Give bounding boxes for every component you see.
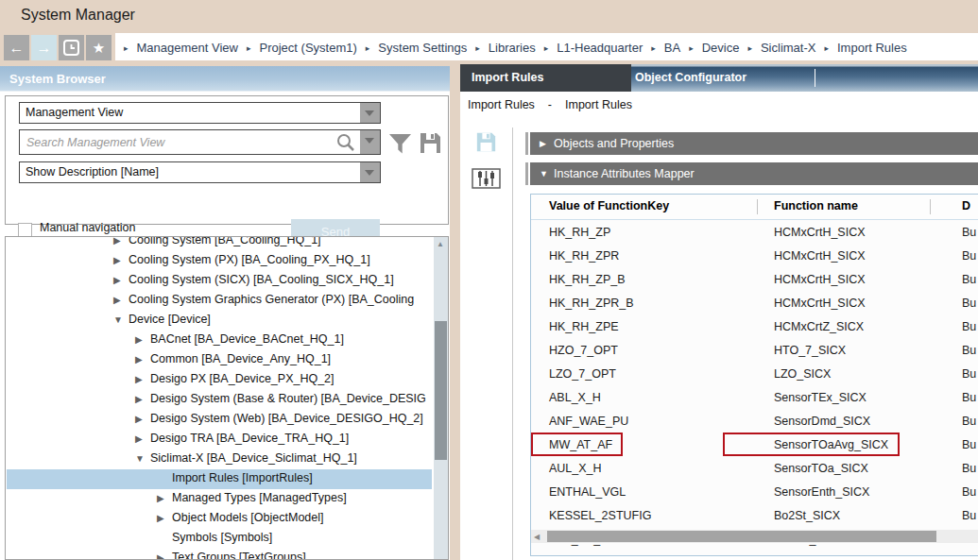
- tree-item[interactable]: ▶Managed Types [ManagedTypes]: [7, 489, 432, 509]
- table-row[interactable]: HK_RH_ZPR_BHCMxCrtH_SICXBu: [531, 292, 978, 315]
- expand-icon[interactable]: ▶: [113, 295, 127, 305]
- tab-object-configurator[interactable]: Object Configurator: [635, 64, 746, 92]
- table-row[interactable]: HK_RH_ZPHCMxCrtH_SICXBu: [531, 221, 978, 245]
- search-icon[interactable]: [336, 133, 355, 152]
- tree-item[interactable]: Import Rules [ImportRules]: [7, 469, 432, 489]
- column-separator[interactable]: [757, 199, 758, 214]
- breadcrumb-separator-icon: ▸: [124, 43, 129, 53]
- table-horizontal-scrollbar[interactable]: ◀: [531, 530, 978, 543]
- collapse-icon[interactable]: ▼: [540, 169, 548, 178]
- annotation-box-function-name: [723, 433, 900, 456]
- tree-item-label: Cooling System Graphics Generator (PX) […: [129, 293, 414, 306]
- tree-item[interactable]: ▶Cooling System [BA_Cooling_HQ_1]: [7, 236, 432, 251]
- filter-icon[interactable]: [388, 133, 412, 155]
- history-button[interactable]: [59, 35, 84, 60]
- back-button[interactable]: ←: [4, 35, 29, 60]
- favorites-button[interactable]: ★: [86, 35, 112, 60]
- expand-icon[interactable]: ▶: [135, 433, 148, 444]
- save-search-icon[interactable]: [419, 131, 442, 155]
- expand-icon[interactable]: ▶: [135, 374, 148, 384]
- collapse-icon[interactable]: ▼: [135, 453, 148, 464]
- scrollbar-thumb[interactable]: [435, 321, 447, 460]
- breadcrumb-item[interactable]: Import Rules: [837, 41, 907, 55]
- scroll-up-icon[interactable]: ▲: [437, 240, 444, 248]
- tree-item[interactable]: ▶Desigo System (Base & Router) [BA_Devic…: [7, 390, 432, 410]
- tree-item[interactable]: ▶Object Models [ObjectModel]: [7, 509, 432, 529]
- save-icon[interactable]: [475, 131, 497, 153]
- tree-scrollbar[interactable]: ▲: [434, 237, 448, 559]
- breadcrumb-item[interactable]: Project (System1): [260, 41, 357, 55]
- table-row[interactable]: LZO_7_OPTLZO_SICXBu: [531, 363, 978, 386]
- tree-item[interactable]: ▶Cooling System (SICX) [BA_Cooling_SICX_…: [7, 271, 432, 291]
- breadcrumb-item[interactable]: System Settings: [378, 41, 467, 55]
- expand-icon[interactable]: ▶: [113, 275, 127, 285]
- expand-icon[interactable]: ▶: [157, 513, 170, 523]
- tree-item[interactable]: ▶Common [BA_Device_Any_HQ_1]: [7, 350, 432, 370]
- expand-icon[interactable]: ▶: [135, 334, 148, 345]
- cell-description: Bu: [962, 462, 976, 475]
- forward-button[interactable]: →: [31, 35, 57, 60]
- breadcrumb-item[interactable]: BA: [664, 41, 680, 55]
- table-row[interactable]: HZO_7_OPTHTO_7_SICXBu: [531, 339, 978, 363]
- panel-splitter[interactable]: [450, 64, 460, 560]
- column-separator[interactable]: [930, 199, 931, 214]
- section-instance-attributes-mapper[interactable]: ▼ Instance Attributes Mapper: [525, 162, 978, 185]
- table-row[interactable]: HK_RH_ZPEHCMxCrtZ_SICXBu: [531, 315, 978, 339]
- expand-icon[interactable]: ▶: [135, 414, 148, 424]
- table-row[interactable]: KESSEL_2STUFIGBo2St_SICXBu: [531, 504, 978, 528]
- section-objects-and-properties[interactable]: ▶ Objects and Properties: [525, 132, 978, 155]
- scroll-left-icon[interactable]: ◀: [534, 533, 540, 541]
- search-input[interactable]: [20, 130, 332, 154]
- cell-description: Bu: [962, 367, 976, 381]
- settings-sliders-icon[interactable]: [472, 168, 501, 189]
- expand-icon[interactable]: ▶: [135, 394, 148, 404]
- breadcrumb-item[interactable]: Siclimat-X: [761, 41, 816, 55]
- expand-icon[interactable]: ▶: [540, 139, 546, 148]
- tree-item[interactable]: ▶Desigo PX [BA_Device_PX_HQ_2]: [7, 370, 432, 390]
- table-row[interactable]: ENTHAL_VGLSensorEnth_SICXBu: [531, 481, 978, 504]
- column-header-description[interactable]: D: [962, 199, 970, 212]
- cell-description: Bu: [962, 344, 976, 357]
- collapse-icon[interactable]: ▼: [113, 314, 127, 325]
- tree-item[interactable]: ▶Cooling System (PX) [BA_Cooling_PX_HQ_1…: [7, 251, 432, 271]
- view-dropdown[interactable]: Management View: [19, 102, 381, 124]
- scrollbar-thumb[interactable]: [547, 531, 936, 542]
- chevron-down-icon[interactable]: [360, 103, 380, 123]
- tree-item[interactable]: ▶BACnet [BA_Device_BACnet_HQ_1]: [7, 331, 432, 350]
- breadcrumb-item[interactable]: L1-Headquarter: [557, 41, 643, 55]
- expand-icon[interactable]: ▶: [135, 354, 148, 365]
- column-header-function-name[interactable]: Function name: [774, 199, 858, 212]
- manual-navigation-checkbox[interactable]: [18, 223, 32, 237]
- breadcrumb-item[interactable]: Libraries: [489, 41, 536, 55]
- tree-item-label: Desigo System (Base & Router) [BA_Device…: [150, 392, 426, 405]
- tree-item-label: Cooling System (SICX) [BA_Cooling_SICX_H…: [129, 273, 394, 286]
- display-mode-dropdown[interactable]: Show Description [Name]: [19, 161, 381, 183]
- table-row[interactable]: HK_RH_ZP_BHCMxCrtH_SICXBu: [531, 268, 978, 292]
- tree-item[interactable]: Symbols [Symbols]: [7, 529, 432, 549]
- table-row[interactable]: AUL_X_HSensorTOa_SICXBu: [531, 457, 978, 481]
- chevron-down-icon[interactable]: [360, 162, 380, 182]
- expand-icon[interactable]: ▶: [113, 255, 127, 265]
- tab-import-rules[interactable]: Import Rules: [460, 64, 631, 92]
- breadcrumb-item[interactable]: Management View: [137, 41, 238, 55]
- table-row[interactable]: HK_RH_ZPRHCMxCrtH_SICXBu: [531, 245, 978, 268]
- tree-item[interactable]: ▶Desigo System (Web) [BA_Device_DESIGO_H…: [7, 410, 432, 430]
- table-row[interactable]: ABL_X_HSensorTEx_SICXBu: [531, 386, 978, 410]
- tree-item[interactable]: ▶Text Groups [TextGroups]: [7, 549, 432, 560]
- section-label: Instance Attributes Mapper: [554, 162, 695, 185]
- tree-item[interactable]: ▼Siclimat-X [BA_Device_Siclimat_HQ_1]: [7, 450, 432, 469]
- mapper-table: Value of FunctionKey Function name D HK_…: [530, 194, 978, 556]
- breadcrumb-item[interactable]: Device: [702, 41, 740, 55]
- expand-icon[interactable]: ▶: [113, 236, 127, 246]
- column-header-function-key[interactable]: Value of FunctionKey: [549, 199, 669, 212]
- tree-item[interactable]: ▼Device [Device]: [7, 311, 432, 331]
- tree-item[interactable]: ▶Desigo TRA [BA_Device_TRA_HQ_1]: [7, 430, 432, 450]
- cell-description: Bu: [962, 509, 976, 522]
- search-options-chevron-icon[interactable]: [360, 130, 380, 154]
- expand-icon[interactable]: ▶: [157, 493, 170, 503]
- manual-navigation-label: Manual navigation: [40, 221, 135, 234]
- cell-description: Bu: [962, 297, 976, 310]
- table-row[interactable]: ANF_WAE_PUSensorDmd_SICXBu: [531, 410, 978, 433]
- tree-item[interactable]: ▶Cooling System Graphics Generator (PX) …: [7, 291, 432, 311]
- expand-icon[interactable]: ▶: [157, 552, 170, 560]
